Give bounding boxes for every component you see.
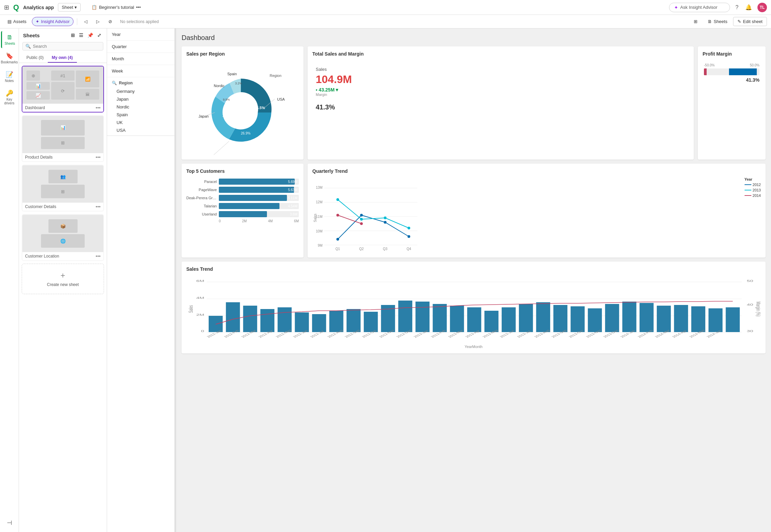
filter-week[interactable]: Week xyxy=(107,65,174,77)
svg-point-31 xyxy=(384,221,387,224)
svg-text:30: 30 xyxy=(747,329,753,333)
sales-trend-card: Sales Trend 6M 4M 2M 0 50 40 30 xyxy=(182,262,766,353)
svg-point-35 xyxy=(384,217,387,219)
sheet-card-dashboard[interactable]: ⊕ 📊 📈 #1 ⟳ 📶 🏛 xyxy=(22,66,104,112)
bell-icon[interactable]: 🔔 xyxy=(744,3,753,12)
filter-spain[interactable]: Spain xyxy=(112,111,170,119)
filter-nordic[interactable]: Nordic xyxy=(112,103,170,111)
help-icon[interactable]: ? xyxy=(734,3,740,12)
ask-insight-btn[interactable]: ✦ Ask Insight Advisor xyxy=(669,3,730,12)
svg-text:Region: Region xyxy=(270,74,282,78)
sidebar-icons: 🗎 Sheets 🔖 Bookmarks 📝 Notes 🔑 Key drive… xyxy=(0,28,19,532)
insight-advisor-button[interactable]: ✦ Insight Advisor xyxy=(32,17,74,26)
avatar[interactable]: TL xyxy=(757,3,767,12)
bar-fill xyxy=(219,179,295,185)
filter-year[interactable]: Year xyxy=(107,28,174,41)
svg-rect-57 xyxy=(329,311,343,332)
tab-public[interactable]: Public (0) xyxy=(22,53,48,63)
tutorial-icon: 📋 xyxy=(91,5,97,10)
pm-value: 41.3% xyxy=(704,77,759,83)
preview-widget: 📊 xyxy=(41,120,85,136)
filter-uk[interactable]: UK xyxy=(112,119,170,126)
filter-germany[interactable]: Germany xyxy=(112,87,170,95)
search-icon: 🔍 xyxy=(25,44,31,49)
percent-value: 41.3% xyxy=(316,103,686,111)
preview-widget: 📈 xyxy=(26,91,50,100)
svg-rect-65 xyxy=(467,307,481,332)
sheet-selector[interactable]: Sheet ▾ xyxy=(58,3,81,12)
sheet-card-product-details[interactable]: 📊 ⊞ Product Details ••• xyxy=(22,115,104,162)
search-input[interactable] xyxy=(33,44,100,49)
preview-widget: 👥 xyxy=(48,170,78,183)
filter-region-section: 🔍 Region Germany Japan Nordic Spain UK U… xyxy=(107,77,174,136)
donut-chart: Region USA xyxy=(188,60,297,155)
svg-rect-63 xyxy=(433,304,446,332)
sheet-more-button[interactable]: ••• xyxy=(96,253,101,259)
svg-rect-54 xyxy=(277,307,291,332)
sheets-button[interactable]: 🗎 Sheets xyxy=(703,17,732,26)
create-sheet-card[interactable]: + Create new sheet xyxy=(22,264,104,294)
list-view-icon[interactable]: ☰ xyxy=(78,32,85,39)
svg-text:Q1: Q1 xyxy=(335,247,340,251)
tab-my-own[interactable]: My own (4) xyxy=(48,53,77,63)
qlik-logo[interactable]: Q xyxy=(13,3,19,12)
filter-month[interactable]: Month xyxy=(107,53,174,65)
sheet-more-button[interactable]: ••• xyxy=(96,155,101,160)
bar-fill xyxy=(219,211,267,217)
sheets-icon: 🗎 xyxy=(708,19,712,24)
forward-button[interactable]: ▷ xyxy=(93,17,103,26)
sidebar-item-bookmarks[interactable]: 🔖 Bookmarks xyxy=(1,49,18,67)
top5-customers-card: Top 5 Customers Paracel 5.69M PageWave xyxy=(182,164,304,258)
svg-text:Q4: Q4 xyxy=(407,247,411,251)
filter-usa[interactable]: USA xyxy=(112,126,170,134)
sales-trend-title: Sales Trend xyxy=(186,266,761,272)
edit-sheet-button[interactable]: ✎ Edit sheet xyxy=(733,17,767,26)
svg-rect-59 xyxy=(364,312,378,332)
customer-bar-talarian: Talarian 4.54M xyxy=(186,203,299,209)
svg-text:12M: 12M xyxy=(316,200,322,204)
filter-region-header: 🔍 Region xyxy=(112,81,170,85)
more-icon[interactable]: ••• xyxy=(136,5,141,10)
filter-quarter[interactable]: Quarter xyxy=(107,41,174,53)
sheet-card-customer-location[interactable]: 📦 🌐 Customer Location ••• xyxy=(22,214,104,261)
margin-value: ▪ 43.25M ▾ xyxy=(316,87,338,93)
assets-label: Assets xyxy=(13,19,26,24)
sheet-card-customer-details[interactable]: 👥 ⊞ Customer Details ••• xyxy=(22,165,104,211)
sidebar-item-collapse[interactable]: ⊣ xyxy=(1,516,18,529)
svg-text:Sales: Sales xyxy=(313,213,317,222)
grid-view-button[interactable]: ⊞ xyxy=(689,17,702,26)
filter-japan[interactable]: Japan xyxy=(112,95,170,103)
svg-text:3.2%: 3.2% xyxy=(235,82,242,85)
back-button[interactable]: ◁ xyxy=(81,17,91,26)
customer-bar-deak: Deak-Perera Gro... 5.11M xyxy=(186,195,299,201)
total-sales-title: Total Sales and Margin xyxy=(312,51,689,57)
pin-icon[interactable]: 📌 xyxy=(86,32,95,39)
tutorial-section[interactable]: 📋 Beginner's tutorial ••• xyxy=(91,5,141,10)
grid-view-icon[interactable]: ⊞ xyxy=(69,32,76,39)
axis-0: 0 xyxy=(219,219,221,223)
sheets-header-icons: ⊞ ☰ 📌 ⤢ xyxy=(69,32,103,39)
sidebar-item-sheets[interactable]: 🗎 Sheets xyxy=(1,31,18,48)
grid-icon[interactable]: ⊞ xyxy=(4,4,9,11)
dashboard-preview: ⊕ 📊 📈 #1 ⟳ 📶 🏛 xyxy=(22,66,103,104)
search-box[interactable]: 🔍 xyxy=(22,42,103,50)
svg-rect-53 xyxy=(261,309,274,332)
customers-bars: Paracel 5.69M PageWave 5.63M xyxy=(186,177,299,224)
svg-point-33 xyxy=(336,198,339,201)
sheet-more-button[interactable]: ••• xyxy=(96,105,101,110)
svg-text:Japan: Japan xyxy=(199,114,209,118)
svg-point-36 xyxy=(408,227,410,229)
sparkle-icon: ✦ xyxy=(674,5,678,10)
notes-label: Notes xyxy=(5,79,14,83)
assets-button[interactable]: ▤ Assets xyxy=(4,17,30,26)
svg-text:Q2: Q2 xyxy=(359,247,364,251)
sidebar-item-notes[interactable]: 📝 Notes xyxy=(1,68,18,85)
clear-button[interactable]: ⊘ xyxy=(105,17,116,26)
expand-icon[interactable]: ⤢ xyxy=(96,32,103,39)
sidebar-item-key-drivers[interactable]: 🔑 Key drivers xyxy=(1,87,18,108)
bar-track: 4.54M xyxy=(219,203,299,209)
total-sales-card: Total Sales and Margin Sales 104.9M ▪ 43… xyxy=(308,46,694,160)
svg-text:USA: USA xyxy=(277,97,285,101)
svg-rect-50 xyxy=(209,316,223,332)
sheet-more-button[interactable]: ••• xyxy=(96,204,101,209)
